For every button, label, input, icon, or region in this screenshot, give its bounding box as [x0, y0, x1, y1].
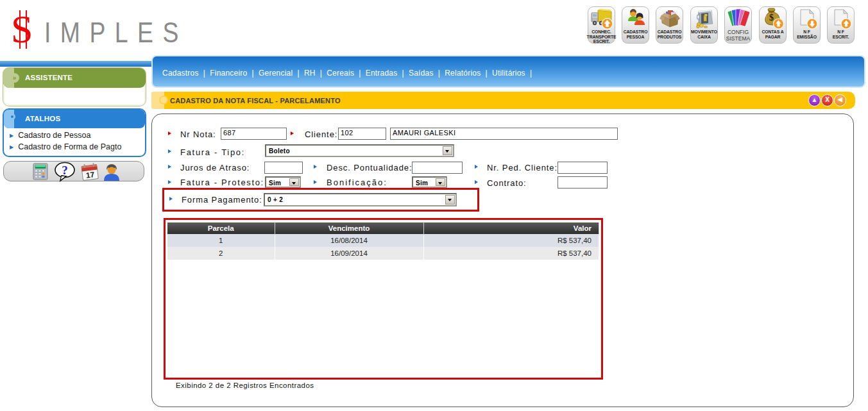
- svg-text:$: $: [769, 13, 774, 22]
- svg-text:17: 17: [85, 170, 95, 180]
- svg-text:?: ?: [62, 164, 68, 177]
